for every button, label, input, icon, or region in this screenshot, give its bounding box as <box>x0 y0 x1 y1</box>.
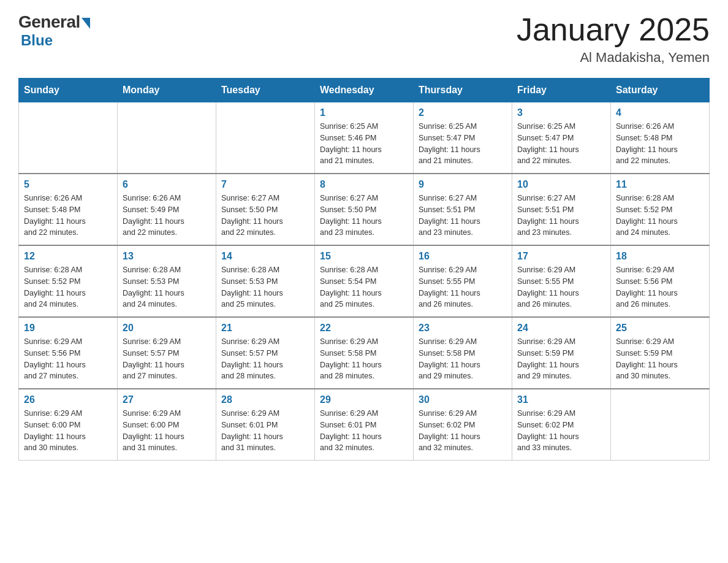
calendar-header-row: Sunday Monday Tuesday Wednesday Thursday… <box>19 79 710 102</box>
table-row: 16Sunrise: 6:29 AMSunset: 5:55 PMDayligh… <box>414 245 512 317</box>
day-info: Sunrise: 6:29 AMSunset: 5:55 PMDaylight:… <box>419 264 507 310</box>
table-row: 29Sunrise: 6:29 AMSunset: 6:01 PMDayligh… <box>315 389 414 461</box>
table-row: 21Sunrise: 6:29 AMSunset: 5:57 PMDayligh… <box>216 317 315 389</box>
day-number: 24 <box>517 323 605 334</box>
day-number: 9 <box>419 179 507 190</box>
table-row <box>216 102 315 174</box>
table-row: 19Sunrise: 6:29 AMSunset: 5:56 PMDayligh… <box>19 317 118 389</box>
day-number: 30 <box>419 394 507 405</box>
table-row: 11Sunrise: 6:28 AMSunset: 5:52 PMDayligh… <box>611 174 710 245</box>
table-row: 27Sunrise: 6:29 AMSunset: 6:00 PMDayligh… <box>118 389 216 461</box>
day-number: 16 <box>419 251 507 262</box>
table-row: 26Sunrise: 6:29 AMSunset: 6:00 PMDayligh… <box>19 389 118 461</box>
day-info: Sunrise: 6:25 AMSunset: 5:47 PMDaylight:… <box>517 121 605 167</box>
table-row: 31Sunrise: 6:29 AMSunset: 6:02 PMDayligh… <box>512 389 611 461</box>
day-info: Sunrise: 6:29 AMSunset: 6:00 PMDaylight:… <box>24 408 112 454</box>
table-row: 18Sunrise: 6:29 AMSunset: 5:56 PMDayligh… <box>611 245 710 317</box>
day-number: 19 <box>24 323 112 334</box>
day-info: Sunrise: 6:29 AMSunset: 5:56 PMDaylight:… <box>24 336 112 382</box>
day-number: 4 <box>616 107 704 118</box>
day-info: Sunrise: 6:26 AMSunset: 5:48 PMDaylight:… <box>24 193 112 239</box>
table-row: 3Sunrise: 6:25 AMSunset: 5:47 PMDaylight… <box>512 102 611 174</box>
day-number: 31 <box>517 394 605 405</box>
day-info: Sunrise: 6:27 AMSunset: 5:50 PMDaylight:… <box>320 193 408 239</box>
table-row: 4Sunrise: 6:26 AMSunset: 5:48 PMDaylight… <box>611 102 710 174</box>
table-row: 2Sunrise: 6:25 AMSunset: 5:47 PMDaylight… <box>414 102 512 174</box>
day-number: 27 <box>123 394 211 405</box>
day-info: Sunrise: 6:28 AMSunset: 5:54 PMDaylight:… <box>320 264 408 310</box>
header-friday: Friday <box>512 79 611 102</box>
day-info: Sunrise: 6:29 AMSunset: 5:57 PMDaylight:… <box>221 336 309 382</box>
title-block: January 2025 Al Madakisha, Yemen <box>517 12 710 66</box>
location-subtitle: Al Madakisha, Yemen <box>517 50 710 66</box>
logo-triangle-icon <box>82 18 90 29</box>
day-info: Sunrise: 6:26 AMSunset: 5:48 PMDaylight:… <box>616 121 704 167</box>
table-row: 23Sunrise: 6:29 AMSunset: 5:58 PMDayligh… <box>414 317 512 389</box>
day-number: 15 <box>320 251 408 262</box>
day-info: Sunrise: 6:27 AMSunset: 5:51 PMDaylight:… <box>419 193 507 239</box>
logo-blue-text: Blue <box>21 32 53 48</box>
table-row: 5Sunrise: 6:26 AMSunset: 5:48 PMDaylight… <box>19 174 118 245</box>
day-number: 3 <box>517 107 605 118</box>
table-row: 17Sunrise: 6:29 AMSunset: 5:55 PMDayligh… <box>512 245 611 317</box>
table-row: 10Sunrise: 6:27 AMSunset: 5:51 PMDayligh… <box>512 174 611 245</box>
header-wednesday: Wednesday <box>315 79 414 102</box>
day-number: 25 <box>616 323 704 334</box>
calendar-week-row: 12Sunrise: 6:28 AMSunset: 5:52 PMDayligh… <box>19 245 710 317</box>
day-number: 7 <box>221 179 309 190</box>
table-row <box>118 102 216 174</box>
table-row: 15Sunrise: 6:28 AMSunset: 5:54 PMDayligh… <box>315 245 414 317</box>
table-row: 30Sunrise: 6:29 AMSunset: 6:02 PMDayligh… <box>414 389 512 461</box>
logo: General Blue <box>18 12 90 49</box>
table-row: 8Sunrise: 6:27 AMSunset: 5:50 PMDaylight… <box>315 174 414 245</box>
day-number: 29 <box>320 394 408 405</box>
month-title: January 2025 <box>517 12 710 47</box>
day-info: Sunrise: 6:29 AMSunset: 5:59 PMDaylight:… <box>616 336 704 382</box>
table-row: 14Sunrise: 6:28 AMSunset: 5:53 PMDayligh… <box>216 245 315 317</box>
day-number: 12 <box>24 251 112 262</box>
day-info: Sunrise: 6:29 AMSunset: 6:00 PMDaylight:… <box>123 408 211 454</box>
day-info: Sunrise: 6:29 AMSunset: 6:02 PMDaylight:… <box>419 408 507 454</box>
day-number: 10 <box>517 179 605 190</box>
day-number: 5 <box>24 179 112 190</box>
calendar-week-row: 19Sunrise: 6:29 AMSunset: 5:56 PMDayligh… <box>19 317 710 389</box>
header-saturday: Saturday <box>611 79 710 102</box>
day-info: Sunrise: 6:25 AMSunset: 5:47 PMDaylight:… <box>419 121 507 167</box>
header-sunday: Sunday <box>19 79 118 102</box>
table-row <box>611 389 710 461</box>
day-info: Sunrise: 6:27 AMSunset: 5:50 PMDaylight:… <box>221 193 309 239</box>
day-number: 23 <box>419 323 507 334</box>
day-info: Sunrise: 6:28 AMSunset: 5:52 PMDaylight:… <box>616 193 704 239</box>
day-number: 13 <box>123 251 211 262</box>
calendar-table: Sunday Monday Tuesday Wednesday Thursday… <box>18 78 710 461</box>
day-info: Sunrise: 6:29 AMSunset: 6:01 PMDaylight:… <box>221 408 309 454</box>
day-number: 1 <box>320 107 408 118</box>
table-row: 20Sunrise: 6:29 AMSunset: 5:57 PMDayligh… <box>118 317 216 389</box>
day-info: Sunrise: 6:26 AMSunset: 5:49 PMDaylight:… <box>123 193 211 239</box>
day-number: 8 <box>320 179 408 190</box>
table-row: 28Sunrise: 6:29 AMSunset: 6:01 PMDayligh… <box>216 389 315 461</box>
calendar-week-row: 1Sunrise: 6:25 AMSunset: 5:46 PMDaylight… <box>19 102 710 174</box>
day-info: Sunrise: 6:29 AMSunset: 5:55 PMDaylight:… <box>517 264 605 310</box>
table-row: 6Sunrise: 6:26 AMSunset: 5:49 PMDaylight… <box>118 174 216 245</box>
day-info: Sunrise: 6:28 AMSunset: 5:52 PMDaylight:… <box>24 264 112 310</box>
day-number: 20 <box>123 323 211 334</box>
day-number: 18 <box>616 251 704 262</box>
header-tuesday: Tuesday <box>216 79 315 102</box>
day-number: 22 <box>320 323 408 334</box>
day-info: Sunrise: 6:29 AMSunset: 5:58 PMDaylight:… <box>419 336 507 382</box>
header-thursday: Thursday <box>414 79 512 102</box>
table-row: 24Sunrise: 6:29 AMSunset: 5:59 PMDayligh… <box>512 317 611 389</box>
day-number: 14 <box>221 251 309 262</box>
day-info: Sunrise: 6:29 AMSunset: 6:02 PMDaylight:… <box>517 408 605 454</box>
day-info: Sunrise: 6:27 AMSunset: 5:51 PMDaylight:… <box>517 193 605 239</box>
day-number: 17 <box>517 251 605 262</box>
table-row: 22Sunrise: 6:29 AMSunset: 5:58 PMDayligh… <box>315 317 414 389</box>
table-row: 13Sunrise: 6:28 AMSunset: 5:53 PMDayligh… <box>118 245 216 317</box>
day-info: Sunrise: 6:29 AMSunset: 5:56 PMDaylight:… <box>616 264 704 310</box>
day-number: 26 <box>24 394 112 405</box>
table-row: 9Sunrise: 6:27 AMSunset: 5:51 PMDaylight… <box>414 174 512 245</box>
calendar-week-row: 26Sunrise: 6:29 AMSunset: 6:00 PMDayligh… <box>19 389 710 461</box>
day-info: Sunrise: 6:28 AMSunset: 5:53 PMDaylight:… <box>221 264 309 310</box>
table-row: 1Sunrise: 6:25 AMSunset: 5:46 PMDaylight… <box>315 102 414 174</box>
